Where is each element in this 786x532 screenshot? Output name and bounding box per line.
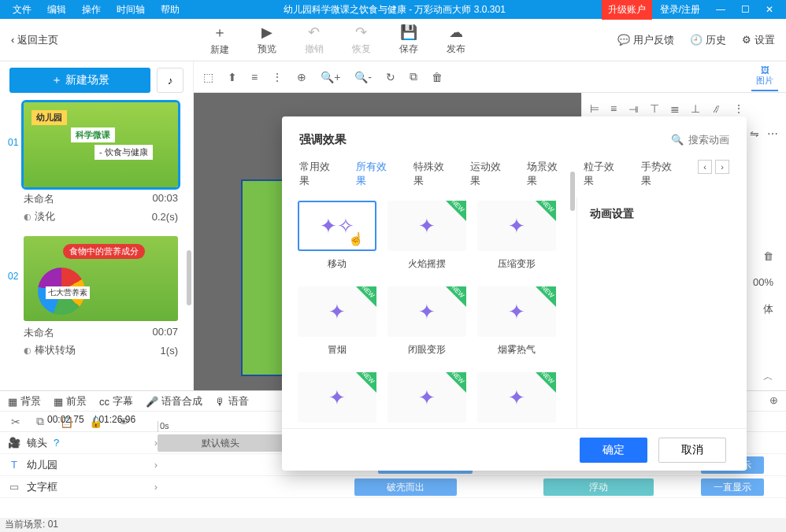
tool-publish[interactable]: ☁发布	[432, 24, 480, 56]
transition-duration: 1(s)	[161, 345, 178, 357]
tl-copy-icon[interactable]: ⧉	[36, 415, 44, 428]
align-bottom-icon[interactable]: ⊥	[691, 102, 700, 115]
scene-card[interactable]: 01 幼儿园 科学微课 - 饮食与健康 未命名00:03 ◐淡化0.2(s)	[9, 102, 184, 224]
flip-h-icon[interactable]: ⇋	[750, 127, 759, 140]
effect-渐变模糊[interactable]: ✦渐变模糊	[387, 372, 466, 428]
effect-icon: ✦	[418, 386, 436, 410]
tab-common[interactable]: 常用效果	[299, 160, 339, 188]
tool-preview[interactable]: ▶预览	[243, 24, 291, 56]
dialog-scrollbar[interactable]	[570, 172, 575, 211]
effect-name: 火焰摇摆	[408, 257, 446, 271]
clip-show2[interactable]: 一直显示	[701, 478, 764, 496]
menu-edit[interactable]: 编辑	[39, 3, 74, 17]
redo-icon: ↷	[355, 24, 367, 41]
cancel-button[interactable]: 取消	[658, 438, 726, 463]
window-minimize[interactable]: —	[708, 4, 733, 15]
align-icon[interactable]: ≡	[251, 71, 258, 83]
align-right-icon[interactable]: ⫣	[628, 102, 639, 115]
trash-icon[interactable]: 🗑	[763, 250, 773, 262]
save-icon: 💾	[400, 24, 417, 41]
align-top-icon[interactable]: ⊤	[650, 102, 659, 115]
layer-down-icon[interactable]: ⬚	[203, 71, 213, 83]
track-label: 幼儿园	[27, 458, 57, 472]
align-center-icon[interactable]: ≡	[610, 102, 617, 115]
tab-foreground[interactable]: ▦前景	[54, 394, 87, 408]
tab-motion[interactable]: 运动效果	[470, 160, 510, 188]
menu-timeline[interactable]: 时间轴	[109, 3, 153, 17]
clip-float[interactable]: 浮动	[543, 478, 654, 496]
layer-up-icon[interactable]: ⬆	[228, 71, 237, 83]
chevron-up-icon[interactable]: ︿	[763, 370, 773, 384]
effect-icon: ✦	[328, 386, 346, 410]
login-register[interactable]: 登录/注册	[652, 3, 708, 17]
animation-settings-pane: 动画设置	[577, 198, 747, 428]
tab-all[interactable]: 所有效果	[356, 160, 395, 188]
ok-button[interactable]: 确定	[580, 438, 647, 463]
effect-冒烟[interactable]: ✦冒烟	[298, 286, 376, 357]
upgrade-account[interactable]: 升级账户	[602, 0, 652, 20]
effect-锚点旋转[interactable]: ✦锚点旋转	[298, 372, 376, 428]
tab-subtitle[interactable]: cc字幕	[99, 394, 133, 408]
transition-name[interactable]: 淡化	[35, 210, 55, 222]
tab-tts[interactable]: 🎤语音合成	[146, 394, 202, 408]
tab-image[interactable]: 🖼图片	[751, 62, 778, 91]
selected-object[interactable]	[241, 179, 288, 376]
rotate-icon[interactable]: ↻	[386, 71, 395, 83]
history[interactable]: 🕘历史	[690, 33, 726, 47]
scene-card[interactable]: 02 食物中的营养成分 七大营养素 未命名00:07 ◐棒状转场1(s)	[9, 236, 184, 357]
tl-cut-icon[interactable]: ✂	[11, 416, 20, 428]
effect-闭眼变形[interactable]: ✦闭眼变形	[387, 286, 466, 357]
distribute-v-icon[interactable]: ⋮	[733, 102, 744, 115]
effect-烟雾热气[interactable]: ✦烟雾热气	[477, 286, 556, 357]
align-left-icon[interactable]: ⊨	[590, 102, 599, 115]
tab-special[interactable]: 特殊效果	[413, 160, 453, 188]
effect-二维码扫描[interactable]: ✦二维码扫描	[477, 372, 556, 428]
tab-background[interactable]: ▦背景	[8, 394, 41, 408]
scrollbar-thumb[interactable]	[187, 250, 191, 305]
scene-thumbnail[interactable]: 食物中的营养成分 七大营养素	[24, 236, 178, 321]
new-scene-button[interactable]: ＋ 新建场景	[9, 68, 150, 93]
window-maximize[interactable]: ☐	[733, 4, 758, 15]
back-home[interactable]: ‹ 返回主页	[11, 33, 58, 47]
distribute-h-icon[interactable]: ⫽	[711, 102, 722, 115]
tab-particle[interactable]: 粒子效果	[584, 160, 623, 188]
nav-prev[interactable]: ‹	[698, 160, 712, 174]
opacity-value: 00%	[753, 276, 773, 288]
settings[interactable]: ⚙设置	[742, 33, 775, 47]
align-middle-icon[interactable]: ≣	[670, 102, 680, 115]
tab-gesture[interactable]: 手势效果	[641, 160, 680, 188]
search-animation[interactable]: 🔍搜索动画	[671, 133, 729, 147]
new-badge	[446, 201, 466, 221]
tab-scene[interactable]: 场景效果	[527, 160, 566, 188]
music-button[interactable]: ♪	[157, 68, 184, 93]
scene-thumbnail[interactable]: 幼儿园 科学微课 - 饮食与健康	[24, 102, 178, 187]
effect-category-tabs: 常用效果 所有效果 特殊效果 运动效果 场景效果 粒子效果 手势效果 ‹›	[282, 153, 747, 198]
tool-save[interactable]: 💾保存	[385, 24, 432, 56]
window-close[interactable]: ✕	[758, 4, 781, 15]
menu-help[interactable]: 帮助	[153, 3, 187, 17]
new-badge	[356, 372, 376, 393]
align-v-icon[interactable]: ⋮	[272, 71, 283, 83]
copy-icon[interactable]: ⧉	[410, 70, 417, 83]
delete-icon[interactable]: 🗑	[432, 71, 443, 83]
transition-name[interactable]: 棒状转场	[35, 344, 76, 356]
clip-hatch[interactable]: 破壳而出	[354, 478, 457, 496]
center-icon[interactable]: ⊕	[297, 71, 306, 83]
tab-voice[interactable]: 🎙语音	[215, 394, 249, 408]
settings-heading: 动画设置	[590, 207, 734, 221]
effect-压缩变形[interactable]: ✦压缩变形	[477, 201, 556, 271]
more-icon[interactable]: ⋯	[767, 127, 778, 140]
add-track-icon[interactable]: ⊕	[769, 394, 778, 406]
menu-file[interactable]: 文件	[5, 3, 39, 17]
zoom-out-icon[interactable]: 🔍-	[354, 71, 372, 83]
nav-next[interactable]: ›	[715, 160, 729, 174]
effect-火焰摇摆[interactable]: ✦火焰摇摆	[387, 201, 466, 271]
help-icon[interactable]: ?	[54, 437, 59, 449]
clip-default-camera[interactable]: 默认镜头	[158, 434, 284, 452]
feedback[interactable]: 💬用户反馈	[617, 33, 674, 47]
menu-action[interactable]: 操作	[74, 3, 109, 17]
zoom-in-icon[interactable]: 🔍+	[321, 71, 340, 83]
camera-icon: 🎥	[8, 437, 20, 449]
effect-移动[interactable]: ✦✧☝移动	[298, 201, 376, 271]
tool-new[interactable]: ＋新建	[196, 23, 243, 57]
